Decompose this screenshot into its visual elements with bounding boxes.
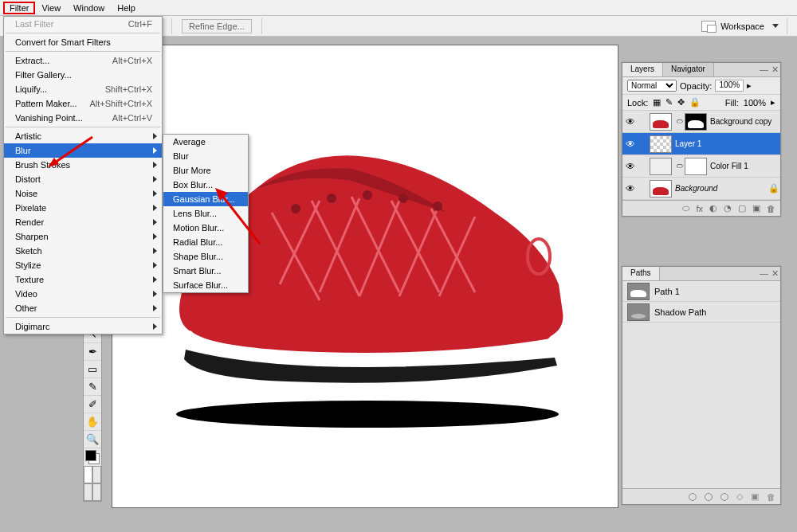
layers-footer: ⬭ fx ◐ ◔ ▢ ▣ 🗑	[622, 200, 780, 216]
lock-pixels-icon[interactable]: ✎	[665, 97, 673, 108]
tool-notes[interactable]: ✎	[84, 378, 101, 396]
fill-path-icon[interactable]	[689, 493, 697, 501]
stroke-path-icon[interactable]	[705, 493, 713, 501]
menu-view[interactable]: View	[35, 2, 67, 14]
menu-liquify[interactable]: Liquify...Shift+Ctrl+X	[4, 82, 162, 96]
submenu-average[interactable]: Average	[163, 135, 248, 149]
new-layer-icon[interactable]: ▣	[752, 203, 760, 213]
menu-render[interactable]: Render	[4, 215, 162, 229]
annotation-arrow-2	[214, 186, 269, 250]
svg-line-6	[53, 137, 92, 164]
annotation-arrow-1	[48, 129, 104, 169]
submenu-surface-blur[interactable]: Surface Blur...	[163, 278, 248, 292]
lock-all-icon[interactable]: 🔒	[689, 97, 701, 108]
svg-point-2	[327, 194, 336, 203]
quick-mask-toggle[interactable]	[84, 466, 101, 483]
fill-field[interactable]: 100%	[744, 98, 766, 108]
toolbox: T ↖ ✒ ▭ ✎ ✐ ✋ 🔍	[83, 307, 102, 502]
make-work-path-icon[interactable]: ◇	[736, 491, 743, 502]
menu-noise[interactable]: Noise	[4, 186, 162, 201]
menu-window[interactable]: Window	[67, 2, 111, 14]
menu-distort[interactable]: Distort	[4, 172, 162, 186]
chevron-down-icon[interactable]	[772, 24, 779, 28]
minimize-icon[interactable]: —	[760, 268, 768, 279]
chevron-right-icon[interactable]: ▸	[771, 97, 775, 108]
adjustment-layer-icon[interactable]: ◔	[724, 203, 732, 213]
opacity-field[interactable]: 100%	[715, 80, 744, 92]
menu-convert-smart[interactable]: Convert for Smart Filters	[4, 35, 162, 49]
layer-row[interactable]: 👁⬭Color Fill 1	[622, 155, 780, 178]
tab-paths[interactable]: Paths	[622, 267, 660, 280]
submenu-blur[interactable]: Blur	[163, 149, 248, 163]
chevron-right-icon[interactable]: ▸	[747, 80, 752, 91]
minimize-icon[interactable]: —	[760, 65, 768, 75]
lock-transparency-icon[interactable]: ▦	[653, 97, 661, 108]
tool-shape[interactable]: ▭	[84, 361, 101, 378]
opacity-label: Opacity:	[680, 81, 712, 91]
layer-mask-icon[interactable]: ◐	[709, 203, 717, 213]
svg-point-4	[398, 194, 408, 203]
delete-path-icon[interactable]: 🗑	[767, 492, 775, 502]
menu-pixelate[interactable]: Pixelate	[4, 201, 162, 215]
menu-filter[interactable]: Filter	[3, 2, 35, 14]
menu-bar: Filter View Window Help	[0, 0, 797, 16]
visibility-icon[interactable]: 👁	[622, 161, 638, 172]
menu-vanishing-point[interactable]: Vanishing Point...Alt+Ctrl+V	[4, 111, 162, 125]
paths-panel: Paths —✕ Path 1Shadow Path ◇ ▣ 🗑	[622, 266, 781, 505]
screen-mode-toggle[interactable]	[84, 483, 101, 501]
blend-mode-select[interactable]: Normal	[627, 80, 677, 92]
menu-filter-gallery[interactable]: Filter Gallery...	[4, 68, 162, 82]
menu-other[interactable]: Other	[4, 301, 162, 315]
tool-eyedropper[interactable]: ✐	[84, 396, 101, 413]
menu-extract[interactable]: Extract...Alt+Ctrl+X	[4, 53, 162, 68]
refine-edge-button[interactable]: Refine Edge...	[182, 19, 252, 33]
svg-point-1	[291, 204, 300, 213]
shadow-shape	[176, 401, 559, 428]
menu-stylize[interactable]: Stylize	[4, 258, 162, 272]
submenu-smart-blur[interactable]: Smart Blur...	[163, 264, 248, 278]
link-layers-icon[interactable]: ⬭	[682, 203, 689, 213]
visibility-icon[interactable]: 👁	[622, 116, 638, 127]
lock-label: Lock:	[627, 98, 648, 108]
menu-video[interactable]: Video	[4, 287, 162, 301]
layer-row[interactable]: 👁⬭Background copy	[622, 111, 780, 133]
new-path-icon[interactable]: ▣	[751, 491, 759, 502]
menu-sketch[interactable]: Sketch	[4, 244, 162, 258]
filter-menu-dropdown: Last FilterCtrl+F Convert for Smart Filt…	[3, 16, 163, 334]
visibility-icon[interactable]: 👁	[622, 139, 638, 150]
submenu-blur-more[interactable]: Blur More	[163, 163, 248, 178]
layer-row[interactable]: 👁Background🔒	[622, 178, 780, 200]
path-to-selection-icon[interactable]	[720, 493, 728, 501]
svg-line-8	[220, 193, 260, 244]
menu-last-filter[interactable]: Last FilterCtrl+F	[4, 17, 162, 31]
visibility-icon[interactable]: 👁	[622, 183, 638, 194]
fill-label: Fill:	[725, 98, 739, 108]
layer-style-icon[interactable]: fx	[696, 204, 703, 213]
tool-zoom[interactable]: 🔍	[84, 431, 101, 448]
lock-position-icon[interactable]: ✥	[677, 97, 685, 108]
path-row[interactable]: Shadow Path	[622, 302, 780, 323]
lock-icon: 🔒	[768, 183, 780, 194]
tool-hand[interactable]: ✋	[84, 413, 101, 431]
layer-group-icon[interactable]: ▢	[738, 203, 746, 213]
menu-pattern-maker[interactable]: Pattern Maker...Alt+Shift+Ctrl+X	[4, 96, 162, 111]
layers-panel: Layers Navigator —✕ Normal Opacity: 100%…	[622, 62, 781, 217]
workspace-label[interactable]: Workspace	[720, 22, 764, 31]
path-row[interactable]: Path 1	[622, 281, 780, 302]
layer-row[interactable]: 👁Layer 1	[622, 133, 780, 155]
close-icon[interactable]: ✕	[771, 65, 779, 75]
workspace-icon	[701, 21, 716, 32]
paths-footer: ◇ ▣ 🗑	[622, 488, 780, 504]
tab-layers[interactable]: Layers	[622, 63, 663, 76]
tab-navigator[interactable]: Navigator	[663, 63, 714, 76]
tool-pen[interactable]: ✒	[84, 343, 101, 361]
menu-sharpen[interactable]: Sharpen	[4, 229, 162, 244]
menu-texture[interactable]: Texture	[4, 272, 162, 287]
submenu-shape-blur[interactable]: Shape Blur...	[163, 249, 248, 264]
svg-point-5	[433, 201, 442, 211]
menu-help[interactable]: Help	[111, 2, 142, 14]
menu-digimarc[interactable]: Digimarc	[4, 319, 162, 334]
close-icon[interactable]: ✕	[771, 268, 779, 279]
delete-layer-icon[interactable]: 🗑	[767, 204, 775, 213]
color-swatches[interactable]	[84, 448, 101, 466]
